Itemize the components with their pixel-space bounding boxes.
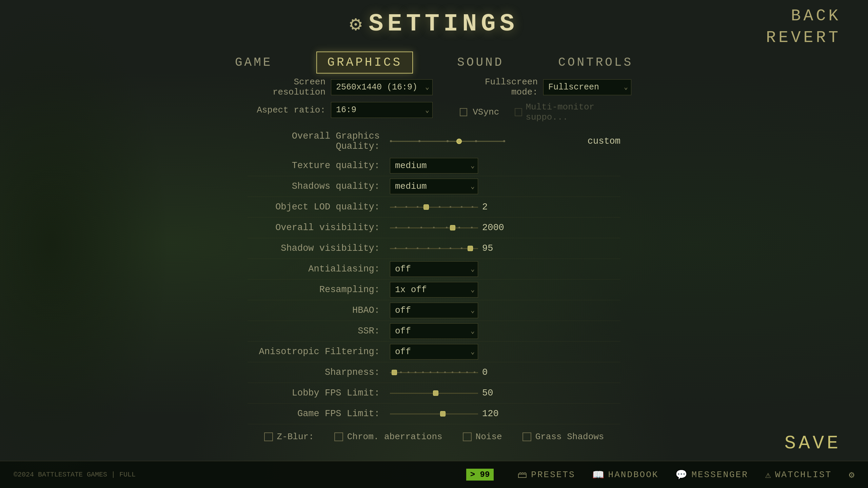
ssr-sel-wrap: offon xyxy=(390,323,478,339)
shadows-quality-select[interactable]: lowmediumhighvery high xyxy=(390,179,478,194)
q-dot-4 xyxy=(475,140,477,142)
d5 xyxy=(422,371,424,373)
zblur-label: Z-Blur: xyxy=(277,432,314,442)
d6 xyxy=(430,371,431,373)
quality-track xyxy=(390,140,505,143)
sharpness-thumb[interactable] xyxy=(392,370,397,375)
d12 xyxy=(474,371,475,373)
screen-resolution-select[interactable]: 868x488 (16:9) 1920x1080 (16:9) xyxy=(331,79,433,95)
noise-label: Noise xyxy=(476,432,502,442)
d3 xyxy=(420,227,422,228)
lobby-fps-value: 50 xyxy=(482,388,502,398)
tab-game[interactable]: GAME xyxy=(225,52,282,73)
shadow-vis-dots xyxy=(390,248,478,249)
watchlist-label: WATCHLIST xyxy=(775,470,832,480)
multi-monitor-checkbox[interactable] xyxy=(515,108,522,116)
overall-vis-dots xyxy=(390,227,478,228)
lobby-fps-thumb[interactable] xyxy=(433,390,438,396)
chrom-label: Chrom. aberrations xyxy=(347,432,442,442)
resampling-sel-wrap: 1x off2x4x xyxy=(390,282,478,298)
anisotropic-sel-wrap: off2x4x8x16x xyxy=(390,344,478,360)
shadows-quality-label: Shadows quality: xyxy=(248,181,390,191)
object-lod-thumb[interactable] xyxy=(423,204,429,210)
divider-7 xyxy=(248,300,620,300)
object-lod-value: 2 xyxy=(482,202,502,212)
row-resampling: Resampling: 1x off2x4x xyxy=(248,280,620,299)
fullscreen-mode-field: Fullscreen mode: Fullscreen Windowed Bor… xyxy=(460,77,631,97)
lobby-fps-track xyxy=(390,390,478,396)
save-button[interactable]: SAVE xyxy=(785,432,841,454)
chrom-check-item: Chrom. aberrations xyxy=(334,432,442,442)
hbao-select[interactable]: offon xyxy=(390,303,478,318)
game-fps-thumb[interactable] xyxy=(440,411,446,416)
zblur-checkbox[interactable] xyxy=(264,432,273,441)
page-title: SETTINGS xyxy=(369,10,518,38)
chrom-checkbox[interactable] xyxy=(334,432,343,441)
tab-sound[interactable]: SOUND xyxy=(447,52,514,73)
object-lod-label: Object LOD quality: xyxy=(248,202,390,212)
grass-shadows-checkbox[interactable] xyxy=(522,432,531,441)
lobby-fps-label: Lobby FPS Limit: xyxy=(248,388,390,398)
shadow-visibility-control: 95 xyxy=(390,243,620,253)
anisotropic-select[interactable]: off2x4x8x16x xyxy=(390,344,478,360)
overall-vis-thumb[interactable] xyxy=(450,225,455,230)
shadows-quality-control: lowmediumhighvery high xyxy=(390,179,620,194)
d4 xyxy=(415,371,416,373)
vsync-checkbox[interactable] xyxy=(460,108,467,116)
tab-controls[interactable]: CONTROLS xyxy=(548,52,643,73)
d3 xyxy=(417,206,418,208)
row-shadows-quality: Shadows quality: lowmediumhighvery high xyxy=(248,177,620,196)
noise-check-item: Noise xyxy=(463,432,502,442)
d7 xyxy=(461,247,462,249)
row-ssr: SSR: offon xyxy=(248,322,620,341)
multi-monitor-label: Multi-monitor suppo... xyxy=(526,102,631,122)
row-lobby-fps: Lobby FPS Limit: 50 xyxy=(248,384,620,403)
presets-button[interactable]: 🗃 PRESETS xyxy=(517,469,575,481)
d2 xyxy=(406,206,407,208)
settings-bar-button[interactable]: ⚙ xyxy=(849,469,854,481)
d4 xyxy=(433,227,435,228)
back-button[interactable]: BACK xyxy=(791,7,841,25)
noise-checkbox[interactable] xyxy=(463,432,472,441)
texture-quality-select[interactable]: lowmediumhighvery highultra xyxy=(390,158,478,174)
messenger-button[interactable]: 💬 MESSENGER xyxy=(675,469,748,481)
aspect-ratio-select[interactable]: 16:9 4:3 21:9 xyxy=(331,102,433,118)
sharpness-control: 0 xyxy=(390,367,620,378)
aspect-ratio-field: Aspect ratio: 16:9 4:3 21:9 xyxy=(248,102,433,118)
settings-grid: Texture quality: lowmediumhighvery highu… xyxy=(248,156,620,442)
game-fps-value: 120 xyxy=(482,409,502,419)
top-right-controls: Fullscreen mode: Fullscreen Windowed Bor… xyxy=(460,77,631,122)
ssr-select[interactable]: offon xyxy=(390,323,478,339)
q-dot-3 xyxy=(447,140,449,142)
handbook-button[interactable]: 📖 HANDBOOK xyxy=(592,469,659,481)
quality-thumb[interactable] xyxy=(456,139,462,144)
presets-label: PRESETS xyxy=(531,470,575,480)
d9 xyxy=(452,371,453,373)
screen-resolution-label: Screen resolution xyxy=(248,77,326,97)
overall-visibility-label: Overall visibility: xyxy=(248,223,390,233)
watchlist-button[interactable]: ⚠ WATCHLIST xyxy=(765,469,832,481)
tab-graphics[interactable]: GRAPHICS xyxy=(316,52,413,74)
quality-label: Overall Graphics Quality: xyxy=(248,131,390,151)
aspect-ratio-label: Aspect ratio: xyxy=(248,105,326,115)
d2 xyxy=(406,247,407,249)
overall-visibility-control: 2000 xyxy=(390,223,620,233)
aspect-ratio-wrapper: 16:9 4:3 21:9 xyxy=(331,102,433,118)
antialiasing-select[interactable]: offFXAATAASMAA xyxy=(390,261,478,277)
shadow-vis-thumb[interactable] xyxy=(468,246,473,251)
resampling-select[interactable]: 1x off2x4x xyxy=(390,282,478,298)
vsync-field: VSync Multi-monitor suppo... xyxy=(460,102,631,122)
screen-resolution-wrapper: 868x488 (16:9) 1920x1080 (16:9) xyxy=(331,79,433,95)
nav-tabs: GAME GRAPHICS SOUND CONTROLS xyxy=(225,52,643,74)
anisotropic-label: Anisotropic Filtering: xyxy=(248,347,390,357)
d2 xyxy=(408,227,410,228)
overall-vis-value: 2000 xyxy=(482,223,504,233)
messenger-label: MESSENGER xyxy=(691,470,748,480)
d7 xyxy=(437,371,438,373)
hbao-control: offon xyxy=(390,303,620,318)
lobby-fps-control: 50 xyxy=(390,388,620,398)
sharpness-label: Sharpness: xyxy=(248,367,390,378)
revert-button[interactable]: REVERT xyxy=(766,28,841,47)
corner-buttons: BACK REVERT xyxy=(766,7,841,47)
fullscreen-mode-select[interactable]: Fullscreen Windowed Borderless xyxy=(543,79,631,95)
